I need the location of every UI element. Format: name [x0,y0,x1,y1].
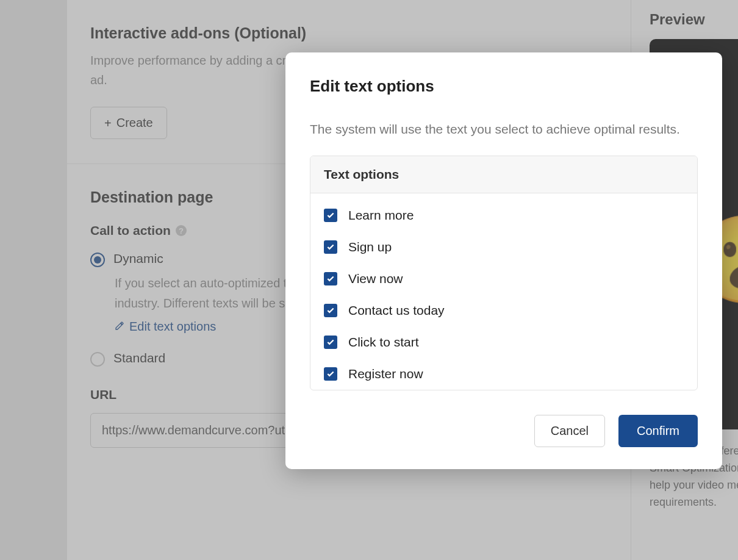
option-label: Learn more [348,208,414,223]
checkbox-icon[interactable] [324,240,337,254]
option-row[interactable]: View now [324,263,684,295]
option-label: View now [348,271,403,286]
edit-text-options-modal: Edit text options The system will use th… [285,52,722,469]
modal-title: Edit text options [310,77,698,96]
modal-desc: The system will use the text you select … [310,119,698,140]
confirm-button[interactable]: Confirm [618,415,698,447]
option-label: Register now [348,367,423,381]
option-label: Click to start [348,335,419,350]
modal-footer: Cancel Confirm [310,415,698,447]
checkbox-icon[interactable] [324,209,337,222]
option-label: Contact us today [348,303,445,318]
checkbox-icon[interactable] [324,304,337,317]
text-options-header: Text options [310,156,697,193]
option-row[interactable]: Register now [324,358,684,390]
option-row[interactable]: Click to start [324,326,684,358]
checkbox-icon[interactable] [324,272,337,285]
text-options-box: Text options Learn more Sign up View now… [310,156,698,390]
text-options-body[interactable]: Learn more Sign up View now Contact us t… [310,193,697,390]
option-row[interactable]: Learn more [324,199,684,231]
checkbox-icon[interactable] [324,336,337,349]
option-row[interactable]: Contact us today [324,295,684,326]
cancel-button[interactable]: Cancel [534,415,605,447]
option-row[interactable]: Sign up [324,231,684,263]
checkbox-icon[interactable] [324,367,337,381]
option-label: Sign up [348,240,392,254]
